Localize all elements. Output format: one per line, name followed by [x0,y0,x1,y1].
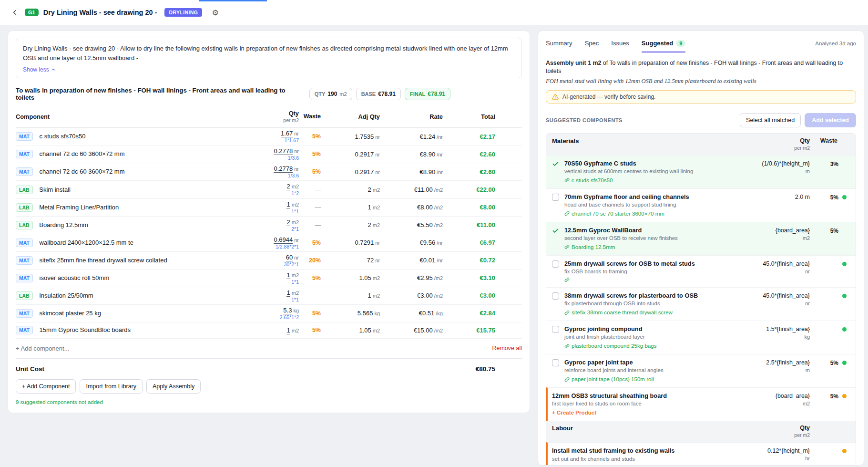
tab-issues[interactable]: Issues [611,40,629,47]
qty-value[interactable]: 0.6944 [274,236,293,244]
suggested-row[interactable]: Gyproc jointing compound joint and finis… [546,321,856,354]
suggested-link[interactable]: c studs sfs70s50 [564,177,693,184]
suggested-link-text[interactable]: Boarding 12.5mm [572,244,615,250]
suggested-link-text[interactable]: channel 70 sc 70 starter 3600×70 mm [572,210,664,217]
suggested-link-text[interactable]: c studs sfs70s50 [572,177,613,184]
add-component-inline[interactable]: + Add component... [16,345,69,352]
component-row[interactable]: LAB Insulation 25/50mm 1m2 1*1 — 1m2 €3.… [16,287,522,305]
component-row[interactable]: MAT channel 72 dc 60 3600×72 mm 0.2778nr… [16,163,522,181]
qty-value[interactable]: 5.3 [283,307,292,314]
qty-value[interactable]: 60 [286,254,293,261]
qty-value[interactable]: 1 [286,201,290,208]
component-row[interactable]: MAT channel 72 dc 60 3600×72 mm 0.2778nr… [16,145,522,163]
component-name[interactable]: Insulation 25/50mm [39,292,93,299]
component-name[interactable]: Skim install [39,186,71,193]
component-row[interactable]: MAT 15mm Gyproc SoundBloc boards 1m2 5% … [16,322,522,339]
rate-value[interactable]: €1.24 [420,133,436,140]
suggested-row[interactable]: Install metal stud framing to existing w… [546,442,856,466]
suggested-link[interactable]: plasterboard compound 25kg bags [564,342,657,349]
suggested-link-text[interactable]: sitefix 38mm coarse thread drywall screw [572,309,673,316]
rate-value[interactable]: €0.51 [419,310,435,317]
rate-value[interactable]: €2.95 [417,274,433,281]
apply-assembly-button[interactable]: Apply Assembly [146,379,201,394]
qty-pill-value[interactable]: 190 [327,91,337,97]
rate-value[interactable]: €8.00 [417,204,433,211]
component-row[interactable]: MAT skimcoat plaster 25 kg 5.3kg 2.65*1*… [16,305,522,322]
suggested-link-text[interactable]: + Create Product [552,464,596,466]
suggested-row[interactable]: 12mm OSB3 structural sheathing board fir… [546,387,856,421]
component-name[interactable]: channel 72 dc 60 3600×72 mm [40,150,125,157]
suggested-link-text[interactable]: plasterboard compound 25kg bags [572,342,657,349]
qty-value[interactable]: 2 [286,218,290,226]
component-name[interactable]: 15mm Gyproc SoundBloc boards [40,326,131,333]
row-checkbox[interactable] [552,260,559,268]
suggested-row[interactable]: Gyproc paper joint tape reinforce board … [546,354,856,387]
suggested-row[interactable]: 25mm drywall screws for OSB to metal stu… [546,255,856,287]
component-row[interactable]: LAB Skim install 2m2 1*2 — 2m2 €11.00/m2… [16,181,522,198]
waste-value[interactable]: 5% [301,275,335,281]
add-component-button[interactable]: + Add Component [16,379,76,394]
suggested-row[interactable]: 12.5mm Gyproc WallBoard second layer ove… [546,222,856,255]
qty-value[interactable]: 0.2778 [274,147,293,155]
show-less-link[interactable]: Show less [23,66,56,73]
suggested-link[interactable]: paper joint tape (10pcs) 150m roll [564,376,664,383]
component-name[interactable]: skimcoat plaster 25 kg [40,310,101,317]
waste-value[interactable]: 5% [301,168,335,175]
back-button[interactable] [10,7,20,18]
waste-value[interactable]: 5% [301,239,335,246]
suggested-row[interactable]: 70mm Gypframe floor and ceiling channels… [546,188,856,222]
rate-value[interactable]: €8.90 [420,151,436,158]
tab-spec[interactable]: Spec [585,40,599,47]
component-name[interactable]: channel 72 dc 60 3600×72 mm [40,168,125,175]
suggested-row[interactable]: 38mm drywall screws for plasterboard to … [546,287,856,321]
rate-value[interactable]: €11.00 [414,186,433,193]
qty-value[interactable]: 1 [286,327,290,334]
row-checkbox[interactable] [552,292,559,300]
suggested-link[interactable] [564,277,695,282]
waste-value[interactable]: 20% [301,257,335,264]
component-name[interactable]: wallboard 2400×1200×12.5 mm te [40,239,133,246]
component-name[interactable]: sitefix 25mm fine thread drywall screw c… [40,257,167,264]
settings-gear-icon[interactable]: ⚙ [212,8,218,17]
qty-pill[interactable]: QTY 190 m2 [309,88,352,100]
row-checkbox[interactable] [552,326,559,333]
import-from-library-button[interactable]: Import from Library [80,379,143,394]
waste-value[interactable]: 5% [301,151,335,157]
suggested-link[interactable]: sitefix 38mm coarse thread drywall screw [564,309,698,316]
rate-value[interactable]: €8.90 [420,168,436,176]
waste-value[interactable]: — [301,222,335,228]
waste-value[interactable]: — [301,187,335,193]
tab-suggested[interactable]: Suggested9 [642,40,686,47]
qty-value[interactable]: 2 [286,183,290,190]
qty-value[interactable]: 1 [286,271,290,279]
rate-value[interactable]: €5.50 [417,221,433,228]
qty-value[interactable]: 0.2778 [274,165,293,173]
suggested-link[interactable]: + Create Product [552,409,667,416]
component-name[interactable]: isover acoustic roll 50mm [40,274,110,281]
rate-value[interactable]: €9.56 [420,239,436,246]
suggested-row[interactable]: 70S50 Gypframe C studs vertical studs at… [546,155,856,188]
waste-value[interactable]: — [301,292,335,299]
add-selected-button[interactable]: Add selected [805,113,856,127]
rate-value[interactable]: €3.00 [417,292,433,299]
waste-value[interactable]: — [301,204,335,211]
waste-value[interactable]: 5% [301,327,335,333]
component-row[interactable]: LAB Boarding 12.5mm 2m2 2*1 — 2m2 €5.50/… [16,217,522,234]
row-checkbox[interactable] [552,359,559,366]
waste-value[interactable]: 5% [301,133,335,140]
waste-value[interactable]: 5% [301,310,335,317]
suggested-link[interactable]: channel 70 sc 70 starter 3600×70 mm [564,210,689,217]
qty-value[interactable]: 1.67 [281,130,293,137]
row-checkbox[interactable] [552,194,559,201]
suggested-link[interactable]: Boarding 12.5mm [564,244,678,250]
rate-value[interactable]: €0.01 [420,257,436,264]
component-name[interactable]: Boarding 12.5mm [39,221,88,228]
select-all-matched-button[interactable]: Select all matched [740,113,801,127]
rate-value[interactable]: €15.00 [414,327,433,334]
component-name[interactable]: Metal Framing Liner/Partition [39,204,119,211]
remove-all-link[interactable]: Remove all [492,345,522,352]
component-row[interactable]: LAB Metal Framing Liner/Partition 1m2 1*… [16,199,522,217]
suggested-link[interactable]: + Create Product [552,464,674,466]
qty-value[interactable]: 1 [286,289,290,297]
suggested-link-text[interactable]: + Create Product [552,409,596,416]
